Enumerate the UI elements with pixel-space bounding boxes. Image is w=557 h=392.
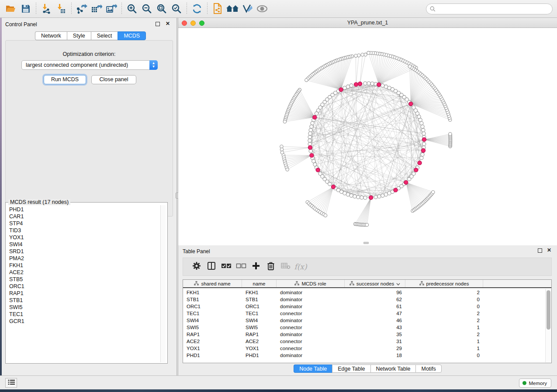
select-all-button[interactable]	[219, 260, 234, 273]
cell-MCDS-role: connector	[277, 324, 345, 331]
search-box[interactable]	[426, 3, 553, 14]
import-network-button[interactable]	[39, 2, 54, 16]
network-from-file-button[interactable]	[210, 2, 225, 16]
mcds-result-item[interactable]: GCR1	[7, 318, 160, 325]
save-session-button[interactable]	[18, 2, 33, 16]
tab-mcds[interactable]: MCDS	[118, 31, 146, 40]
network-graph[interactable]	[178, 28, 557, 245]
tab-motifs[interactable]: Motifs	[415, 364, 441, 373]
criterion-dropdown[interactable]: largest connected component (undirected)…	[21, 60, 158, 70]
close-table-panel-icon[interactable]: ✕	[547, 248, 552, 253]
zoom-selected-button[interactable]	[169, 2, 184, 16]
table-row[interactable]: STB1STB1dominator620	[183, 296, 551, 303]
delete-column-button[interactable]	[263, 260, 278, 273]
table-row[interactable]: FKH1FKH1dominator962	[183, 289, 551, 296]
cell-MCDS-role: dominator	[277, 289, 345, 296]
delete-table-button[interactable]	[278, 260, 293, 273]
mcds-result-item[interactable]: SRD1	[7, 248, 160, 255]
table-row[interactable]: SWI4SWI4dominator462	[183, 317, 551, 324]
zoom-fit-button[interactable]	[154, 2, 169, 16]
show-columns-button[interactable]	[204, 260, 219, 273]
control-panel-title: Control Panel	[5, 21, 37, 28]
control-panel: Control Panel ✕ NetworkStyleSelectMCDS O…	[2, 18, 176, 375]
table-scrollbar[interactable]	[545, 289, 551, 362]
search-input[interactable]	[438, 6, 552, 12]
mcds-result-item[interactable]: PMA2	[7, 255, 160, 262]
cell-name: SWI4	[242, 317, 277, 324]
mcds-result-item[interactable]: PHD1	[7, 206, 160, 213]
mcds-result-item[interactable]: ORC1	[7, 283, 160, 290]
mcds-result-item[interactable]: STB1	[7, 297, 160, 304]
close-panel-icon[interactable]: ✕	[165, 21, 170, 27]
export-table-button[interactable]	[89, 2, 104, 16]
home-pages-button[interactable]	[225, 2, 240, 16]
float-table-panel-icon[interactable]	[538, 248, 543, 253]
network-window-titlebar[interactable]: YPA_prune.txt_1	[178, 18, 557, 28]
export-image-button[interactable]	[104, 2, 119, 16]
table-panel-title: Table Panel	[183, 248, 210, 254]
mcds-result-item[interactable]: STP4	[7, 220, 160, 227]
unselect-all-button[interactable]	[234, 260, 249, 273]
fx-icon: f(x)	[294, 262, 307, 271]
cell-shared-name: ORC1	[183, 303, 242, 310]
zoom-out-button[interactable]	[139, 2, 154, 16]
cell-MCDS-role: dominator	[277, 352, 345, 359]
column-header-name[interactable]: name	[242, 280, 277, 287]
zoom-in-button[interactable]	[125, 2, 139, 16]
control-panel-tabs: NetworkStyleSelectMCDS	[35, 31, 146, 40]
import-table-button[interactable]	[54, 2, 69, 16]
tab-edge-table[interactable]: Edge Table	[332, 364, 370, 373]
cell-MCDS-role: dominator	[277, 317, 345, 324]
table-row[interactable]: PHD1PHD1dominator180	[183, 352, 551, 359]
column-header-shared-name[interactable]: shared name	[183, 280, 242, 287]
mcds-result-item[interactable]: CAR1	[7, 213, 160, 220]
table-row[interactable]: YOX1YOX1connector291	[183, 345, 551, 352]
column-header-MCDS-role[interactable]: MCDS role	[277, 280, 345, 287]
table-row[interactable]: ORC1ORC1dominator610	[183, 303, 551, 310]
table-settings-button[interactable]	[189, 260, 204, 273]
column-header-successor-nodes[interactable]: successor nodes	[345, 280, 405, 287]
show-hide-eye-button[interactable]	[255, 2, 270, 16]
mcds-result-item[interactable]: RAP1	[7, 290, 160, 297]
close-panel-button[interactable]: Close panel	[91, 75, 136, 84]
float-panel-icon[interactable]	[156, 21, 161, 27]
mcds-result-item[interactable]: TEC1	[7, 311, 160, 318]
mcds-result-item[interactable]: ACE2	[7, 269, 160, 276]
cell-MCDS-role: dominator	[277, 296, 345, 303]
tab-network[interactable]: Network	[35, 31, 67, 40]
cell-shared-name: FKH1	[183, 289, 242, 296]
run-mcds-button[interactable]: Run MCDS	[44, 75, 86, 84]
network-canvas[interactable]	[178, 28, 557, 245]
mcds-result-item[interactable]: SWI5	[7, 304, 160, 311]
mcds-list-scrollbar[interactable]	[160, 205, 166, 362]
tab-node-table[interactable]: Node Table	[294, 364, 332, 373]
mcds-result-list[interactable]: PHD1CAR1STP4TID3YOX1SWI4SRD1PMA2FKH1ACE2…	[7, 206, 160, 362]
table-row[interactable]: SWI5SWI5connector431	[183, 324, 551, 331]
mcds-result-item[interactable]: FKH1	[7, 262, 160, 269]
tab-network-table[interactable]: Network Table	[370, 364, 416, 373]
mcds-result-item[interactable]: STB5	[7, 276, 160, 283]
mcds-result-item[interactable]: YOX1	[7, 234, 160, 241]
cell-successor-nodes: 61	[345, 303, 405, 310]
table-row[interactable]: ACE2ACE2connector311	[183, 338, 551, 345]
table-row[interactable]: RAP1RAP1dominator352	[183, 331, 551, 338]
export-network-button[interactable]	[74, 2, 89, 16]
main-toolbar	[0, 0, 557, 18]
add-column-button[interactable]	[249, 260, 263, 273]
show-panel-list-button[interactable]	[5, 378, 17, 388]
tab-select[interactable]: Select	[91, 31, 118, 40]
mcds-result-item[interactable]: SWI4	[7, 241, 160, 248]
open-file-button[interactable]	[3, 2, 18, 16]
function-builder-button[interactable]: f(x)	[293, 260, 308, 273]
table-scrollbar-thumb[interactable]	[547, 290, 550, 330]
column-header-predecessor-nodes[interactable]: predecessor nodes	[405, 280, 483, 287]
tab-style[interactable]: Style	[67, 31, 91, 40]
canvas-splitter-handle[interactable]	[363, 242, 369, 244]
apply-layout-button[interactable]	[190, 2, 204, 16]
memory-button[interactable]: Memory	[519, 378, 551, 388]
zoom-selected-icon	[171, 3, 182, 14]
table-row[interactable]: TEC1TEC1connector472	[183, 310, 551, 317]
annotations-toggle-button[interactable]	[240, 2, 255, 16]
mcds-result-item[interactable]: TID3	[7, 227, 160, 234]
cell-MCDS-role: connector	[277, 310, 345, 317]
